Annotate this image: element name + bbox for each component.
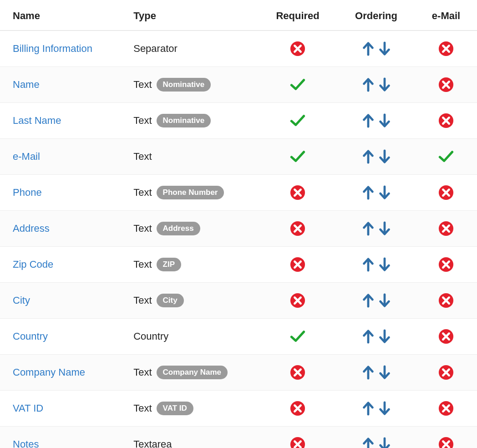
move-up-button[interactable] (360, 41, 376, 56)
move-down-button[interactable] (376, 329, 393, 344)
cross-icon (290, 293, 305, 308)
table-row: CountryCountry (0, 319, 477, 355)
table-row: PhoneTextPhone Number (0, 175, 477, 211)
arrow-down-icon (377, 437, 392, 448)
move-down-button[interactable] (376, 221, 393, 236)
email-cell (415, 139, 477, 175)
email-cell (415, 283, 477, 319)
arrow-down-icon (377, 293, 392, 308)
check-icon (290, 149, 305, 164)
move-up-button[interactable] (360, 257, 376, 272)
email-cell (415, 391, 477, 427)
ordering-controls (360, 41, 393, 56)
move-up-button[interactable] (360, 185, 376, 200)
field-name-link[interactable]: Country (13, 331, 48, 342)
cross-icon (438, 221, 454, 236)
field-name-link[interactable]: VAT ID (13, 402, 43, 414)
table-row: NotesTextarea (0, 427, 477, 448)
field-type-label: Text (133, 402, 152, 414)
move-down-button[interactable] (376, 401, 393, 416)
ordering-controls (360, 401, 393, 416)
column-header-required[interactable]: Required (258, 0, 337, 31)
field-name-link[interactable]: Zip Code (13, 259, 53, 270)
required-cell (258, 103, 337, 139)
move-down-button[interactable] (376, 365, 393, 380)
arrow-up-icon (361, 401, 376, 416)
field-name-link[interactable]: Phone (13, 187, 42, 198)
move-down-button[interactable] (376, 185, 393, 200)
move-down-button[interactable] (376, 41, 393, 56)
ordering-controls (360, 329, 393, 344)
field-type-label: Text (133, 295, 152, 306)
move-down-button[interactable] (376, 149, 393, 164)
fields-table: Name Type Required Ordering e-Mail Billi… (0, 0, 477, 448)
column-header-ordering[interactable]: Ordering (337, 0, 415, 31)
required-cell (258, 31, 337, 67)
column-header-type[interactable]: Type (121, 0, 258, 31)
ordering-controls (360, 185, 393, 200)
move-up-button[interactable] (360, 401, 376, 416)
move-down-button[interactable] (376, 77, 393, 92)
field-name-link[interactable]: Company Name (13, 367, 85, 378)
arrow-up-icon (361, 41, 376, 56)
field-name-link[interactable]: Billing Information (13, 43, 92, 54)
table-row: e-MailText (0, 139, 477, 175)
table-row: AddressTextAddress (0, 211, 477, 247)
arrow-up-icon (361, 185, 376, 200)
move-up-button[interactable] (360, 149, 376, 164)
cross-icon (290, 257, 305, 272)
cross-icon (438, 401, 454, 416)
check-icon (290, 77, 305, 92)
arrow-up-icon (361, 437, 376, 448)
arrow-up-icon (361, 113, 376, 128)
field-type-label: Text (133, 367, 152, 378)
field-name-link[interactable]: Name (13, 79, 40, 90)
arrow-down-icon (377, 329, 392, 344)
cross-icon (290, 41, 305, 56)
cross-icon (438, 185, 454, 200)
cross-icon (290, 221, 305, 236)
field-name-link[interactable]: e-Mail (13, 151, 40, 162)
move-up-button[interactable] (360, 293, 376, 308)
field-name-link[interactable]: Address (13, 223, 50, 234)
cross-icon (438, 329, 454, 344)
required-cell (258, 355, 337, 391)
arrow-down-icon (377, 221, 392, 236)
field-badge: Nominative (157, 114, 211, 127)
field-badge: VAT ID (157, 402, 193, 415)
move-up-button[interactable] (360, 221, 376, 236)
field-name-link[interactable]: Notes (13, 438, 39, 448)
field-badge: Address (157, 222, 200, 235)
arrow-up-icon (361, 293, 376, 308)
required-cell (258, 427, 337, 448)
email-cell (415, 355, 477, 391)
ordering-controls (360, 257, 393, 272)
move-up-button[interactable] (360, 77, 376, 92)
email-cell (415, 31, 477, 67)
table-row: VAT IDTextVAT ID (0, 391, 477, 427)
move-down-button[interactable] (376, 437, 393, 448)
cross-icon (290, 401, 305, 416)
email-cell (415, 211, 477, 247)
field-type-label: Country (133, 331, 168, 342)
move-down-button[interactable] (376, 293, 393, 308)
move-up-button[interactable] (360, 437, 376, 448)
arrow-down-icon (377, 257, 392, 272)
field-name-link[interactable]: Last Name (13, 115, 61, 126)
field-type-label: Text (133, 259, 152, 270)
column-header-email[interactable]: e-Mail (415, 0, 477, 31)
arrow-down-icon (377, 77, 392, 92)
ordering-controls (360, 365, 393, 380)
move-up-button[interactable] (360, 365, 376, 380)
move-up-button[interactable] (360, 329, 376, 344)
field-name-link[interactable]: City (13, 295, 30, 306)
required-cell (258, 391, 337, 427)
move-down-button[interactable] (376, 257, 393, 272)
column-header-name[interactable]: Name (0, 0, 121, 31)
arrow-up-icon (361, 77, 376, 92)
arrow-up-icon (361, 257, 376, 272)
move-up-button[interactable] (360, 113, 376, 128)
table-row: NameTextNominative (0, 67, 477, 103)
move-down-button[interactable] (376, 113, 393, 128)
field-type-label: Text (133, 115, 152, 127)
